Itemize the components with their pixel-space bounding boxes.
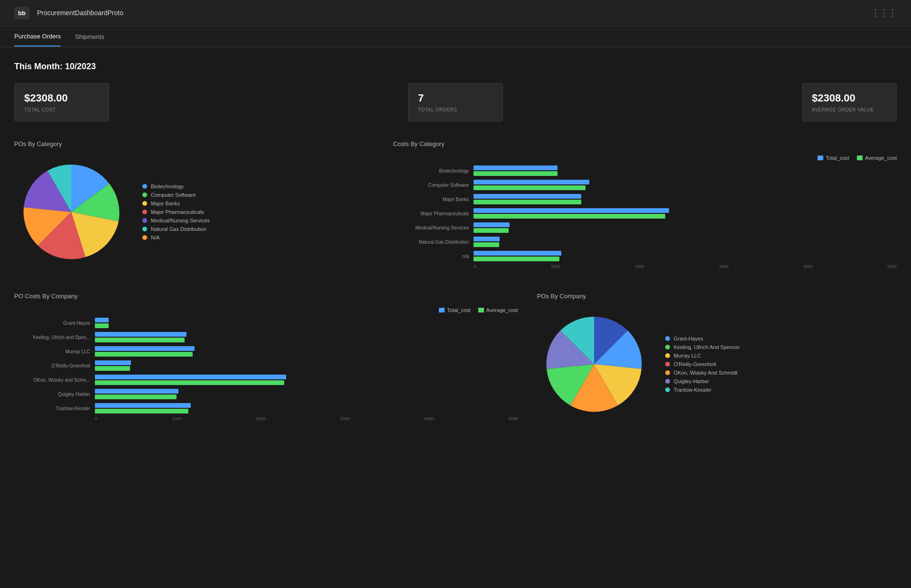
bar-company-x-axis: 010002000300040005000	[95, 416, 518, 421]
legend-dot-major-pharma	[142, 210, 147, 214]
legend-murray: Murray LLC	[665, 353, 740, 358]
bar-avg	[474, 242, 499, 247]
bar-group	[474, 251, 897, 261]
bar-row-label: Biotechnology	[393, 168, 469, 174]
bar-row: Murray LLC	[14, 346, 518, 357]
bar-legend-label-total: Total_cost	[826, 155, 849, 161]
bar-total	[474, 180, 589, 184]
pie-by-company-title: POs By Company	[537, 293, 897, 300]
bar-by-company-title: PO Costs By Company	[14, 293, 518, 300]
legend-computer-software: Computer Software	[142, 192, 210, 198]
bar-company-legend-avg: Average_cost	[478, 307, 518, 313]
pie-by-category-title: POs By Category	[14, 140, 374, 147]
nav-purchase-orders[interactable]: Purchase Orders	[14, 27, 61, 46]
bar-row: n/a	[393, 251, 897, 261]
bar-row: Medical/Nursing Services	[393, 222, 897, 233]
bar-group	[474, 222, 897, 233]
bar-avg	[95, 380, 284, 385]
bar-total	[95, 360, 131, 365]
kpi-total-orders-value: 7	[418, 92, 493, 104]
legend-label-keeling: Keeling, Ullrich And Spencer	[674, 344, 740, 350]
charts-row-2: PO Costs By Company Total_cost Average_c…	[14, 293, 897, 421]
bar-row-label: Trantow-Kessler	[14, 406, 90, 411]
bar-avg	[95, 338, 185, 342]
bar-company-legend-label-total: Total_cost	[447, 307, 471, 313]
bar-total	[95, 332, 186, 337]
bar-group	[474, 194, 897, 204]
bar-row-label: Grant-Hayes	[14, 321, 90, 326]
kpi-avg-order-value-label: AVERAGE ORDER VALUE	[812, 107, 887, 112]
bar-row-label: Quigley-Harber	[14, 392, 90, 397]
bar-row: Quigley-Harber	[14, 389, 518, 399]
bar-avg	[95, 323, 109, 328]
bar-row: O'Reilly-Greenholt	[14, 360, 518, 371]
legend-label-na: N/A	[151, 235, 159, 240]
pie-by-category-chart	[14, 155, 128, 269]
bar-group	[95, 375, 518, 385]
bar-by-category-title: Costs By Category	[393, 140, 897, 147]
pie-by-category-panel: POs By Category	[14, 140, 374, 269]
bar-row-label: Major Banks	[393, 197, 469, 202]
legend-label-oreilly: O'Reilly-Greenholt	[674, 361, 716, 367]
bar-total	[95, 389, 178, 394]
header: bb ProcurementDashboardProto ⋮⋮⋮	[0, 0, 911, 26]
legend-dot-okon	[665, 370, 670, 375]
legend-dot-natural-gas	[142, 227, 147, 231]
nav-shipments[interactable]: Shipments	[75, 28, 104, 46]
bar-row-label: O'Reilly-Greenholt	[14, 363, 90, 368]
bar-group	[474, 208, 897, 219]
bar-avg	[474, 228, 509, 233]
legend-label-murray: Murray LLC	[674, 353, 701, 358]
legend-major-banks: Major Banks	[142, 201, 210, 206]
legend-label-medical-nursing: Medical/Nursing Services	[151, 218, 210, 223]
pie-by-company-chart	[537, 307, 651, 421]
bar-by-category-panel: Costs By Category Total_cost Average_cos…	[393, 140, 897, 269]
pie-by-company-legend: Grant-Hayes Keeling, Ullrich And Spencer…	[665, 336, 740, 393]
pie-by-company-panel: POs By Company Grant-Hayes	[537, 293, 897, 421]
bar-row: Computer Software	[393, 180, 897, 190]
header-left: bb ProcurementDashboardProto	[14, 7, 123, 19]
bar-by-category-chart: BiotechnologyComputer SoftwareMajor Bank…	[393, 165, 897, 261]
legend-label-quigley: Quigley-Harber	[674, 378, 709, 384]
bar-by-company-panel: PO Costs By Company Total_cost Average_c…	[14, 293, 518, 421]
bar-company-legend-total: Total_cost	[439, 307, 471, 313]
legend-label-major-pharma: Major Pharmaceuticals	[151, 209, 204, 215]
bar-row-label: Computer Software	[393, 183, 469, 188]
bar-total	[474, 237, 500, 241]
legend-label-okon: OKon, Wiasky And Schmidt	[674, 370, 738, 376]
bar-company-legend-color-total	[439, 308, 445, 312]
bar-row: Natural Gas Distribution	[393, 237, 897, 247]
legend-dot-computer-software	[142, 193, 147, 197]
charts-row-1: POs By Category	[14, 140, 897, 269]
legend-quigley: Quigley-Harber	[665, 378, 740, 384]
kpi-total-orders-label: TOTAL ORDERS	[418, 107, 493, 112]
legend-keeling: Keeling, Ullrich And Spencer	[665, 344, 740, 350]
legend-label-computer-software: Computer Software	[151, 192, 196, 198]
pie-by-category-container: Biotechnology Computer Software Major Ba…	[14, 155, 374, 269]
bar-by-company-chart: Grant-HayesKeeling, Ullrich and Spen...M…	[14, 318, 518, 413]
bar-row-label: Murray LLC	[14, 349, 90, 354]
bar-row-label: n/a	[393, 254, 469, 259]
bar-total	[474, 251, 561, 256]
nav-bar: Purchase Orders Shipments	[0, 26, 911, 47]
bar-avg	[95, 409, 188, 413]
legend-medical-nursing: Medical/Nursing Services	[142, 218, 210, 223]
legend-trantow: Trantow-Kessler	[665, 387, 740, 393]
legend-label-grant-hayes: Grant-Hayes	[674, 336, 703, 341]
legend-dot-grant-hayes	[665, 336, 670, 341]
legend-dot-biotechnology	[142, 184, 147, 189]
bar-group	[95, 389, 518, 399]
bar-row: OKon, Wisoky and Schm...	[14, 375, 518, 385]
bar-total	[95, 318, 109, 322]
bar-group	[95, 332, 518, 342]
bar-row: Keeling, Ullrich and Spen...	[14, 332, 518, 342]
pie-by-company-container: Grant-Hayes Keeling, Ullrich And Spencer…	[537, 307, 897, 421]
bar-avg	[474, 214, 665, 219]
kpi-total-orders: 7 TOTAL ORDERS	[408, 83, 503, 121]
bar-total	[474, 165, 557, 170]
bar-total	[474, 194, 581, 199]
legend-dot-major-banks	[142, 201, 147, 206]
bar-row: Trantow-Kessler	[14, 403, 518, 413]
bar-row: Grant-Hayes	[14, 318, 518, 328]
grid-icon[interactable]: ⋮⋮⋮	[871, 8, 897, 18]
